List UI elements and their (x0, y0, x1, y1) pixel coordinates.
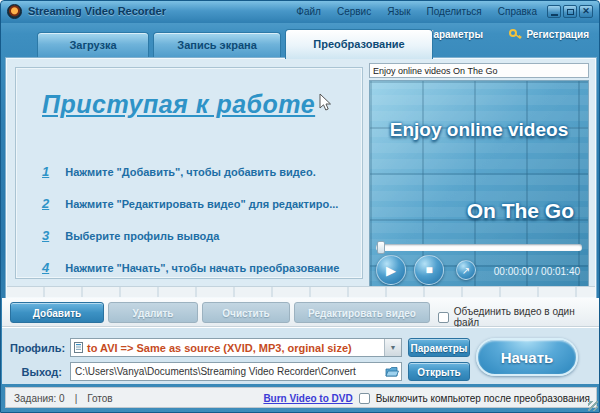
content-area: Приступая к работе 1 Нажмите "Добавить",… (6, 58, 596, 298)
step-number: 3 (42, 228, 49, 243)
menu-bar: Файл Сервис Язык Поделиться Справка (296, 6, 537, 17)
stop-button[interactable]: ■ (414, 255, 444, 285)
status-left: Задания: 0 | Готов (14, 393, 113, 404)
fullscreen-icon: ↗ (462, 265, 470, 276)
play-icon: ▶ (386, 263, 396, 278)
step-3: 3 Выберите профиль вывода (42, 228, 219, 243)
profile-file-icon (74, 342, 83, 353)
open-folder-button[interactable]: Открыть (408, 362, 470, 381)
menu-language[interactable]: Язык (387, 6, 410, 17)
shutdown-label: Выключить компьютер после преобразования (376, 393, 590, 404)
registration-label: Регистрация (526, 29, 589, 40)
getting-started-panel: Приступая к работе 1 Нажмите "Добавить",… (15, 67, 363, 279)
tasks-count: Задания: 0 (14, 393, 65, 404)
window-title: Streaming Video Recorder (28, 5, 166, 17)
video-overlay-line1: Enjoy online videos (370, 119, 588, 141)
close-icon: ✕ (582, 7, 590, 16)
stop-icon: ■ (425, 263, 432, 277)
minimize-icon (551, 14, 558, 16)
time-display: 00:00:00 / 00:01:40 (494, 266, 580, 277)
status-text: Готов (87, 393, 112, 404)
step-number: 1 (42, 164, 49, 179)
remove-button[interactable]: Удалить (108, 302, 198, 323)
seek-bar[interactable] (376, 244, 582, 251)
output-path-field (70, 362, 402, 381)
step-2: 2 Нажмите "Редактировать видео" для реда… (42, 196, 338, 211)
tab-download[interactable]: Загрузка (37, 32, 149, 58)
tab-screen-record[interactable]: Запись экрана (153, 32, 281, 58)
merge-label: Объединить видео в один файл (454, 306, 600, 328)
maximize-button[interactable] (563, 5, 577, 18)
merge-option: Объединить видео в один файл (438, 306, 600, 328)
registration-button[interactable]: Регистрация (509, 29, 589, 40)
step-number: 2 (42, 196, 49, 211)
list-footer-strip (7, 286, 595, 297)
video-overlay-line2: On The Go (467, 199, 574, 223)
play-button[interactable]: ▶ (376, 255, 406, 285)
profile-params-button[interactable]: Параметры (408, 338, 470, 357)
menu-help[interactable]: Справка (498, 6, 537, 17)
file-toolbar: Добавить Удалить Очистить Редактировать … (2, 298, 600, 327)
merge-checkbox[interactable] (438, 312, 449, 323)
menu-file[interactable]: Файл (296, 6, 321, 17)
app-logo-icon (7, 4, 22, 19)
step-1: 1 Нажмите "Добавить", чтобы добавить вид… (42, 164, 316, 179)
clear-button[interactable]: Очистить (202, 302, 290, 323)
step-text: Нажмите "Начать", чтобы начать преобразо… (65, 262, 339, 274)
dropdown-arrow-icon[interactable]: ▼ (384, 339, 401, 356)
window-controls: ✕ (547, 5, 593, 18)
app-window: Streaming Video Recorder Файл Сервис Язы… (0, 0, 600, 413)
close-button[interactable]: ✕ (579, 5, 593, 18)
options-label: Параметры (426, 29, 483, 40)
start-button[interactable]: Начать (476, 338, 578, 376)
video-preview[interactable]: Enjoy online videos On The Go ▶ ■ ↗ 00:0… (369, 80, 589, 292)
profile-value: to AVI => Same as source (XVID, MP3, org… (83, 342, 384, 354)
add-button[interactable]: Добавить (10, 302, 104, 323)
browse-folder-icon[interactable] (385, 366, 399, 378)
step-4: 4 Нажмите "Начать", чтобы начать преобра… (42, 260, 339, 275)
maximize-icon (567, 9, 574, 15)
shutdown-checkbox[interactable] (359, 393, 370, 404)
fullscreen-button[interactable]: ↗ (456, 260, 476, 280)
profile-dropdown[interactable]: to AVI => Same as source (XVID, MP3, org… (70, 338, 402, 357)
edit-video-button[interactable]: Редактировать видео (294, 302, 430, 323)
key-icon (509, 29, 522, 40)
output-panel: Профиль: to AVI => Same as source (XVID,… (2, 327, 600, 384)
burn-dvd-link[interactable]: Burn Video to DVD (263, 393, 352, 404)
mouse-cursor (319, 93, 332, 112)
step-text: Нажмите "Редактировать видео" для редакт… (65, 198, 338, 210)
resize-grip[interactable] (588, 401, 598, 411)
thumbnail-grid-background (370, 81, 588, 291)
step-text: Нажмите "Добавить", чтобы добавить видео… (65, 166, 315, 178)
seek-handle[interactable] (377, 241, 385, 254)
status-bar: Задания: 0 | Готов Burn Video to DVD Вык… (5, 387, 597, 408)
output-path-input[interactable] (71, 366, 385, 377)
status-separator: | (75, 393, 78, 404)
status-right: Burn Video to DVD Выключить компьютер по… (263, 393, 590, 404)
step-number: 4 (42, 260, 49, 275)
minimize-button[interactable] (547, 5, 561, 18)
menu-share[interactable]: Поделиться (427, 6, 482, 17)
tab-convert[interactable]: Преобразование (285, 29, 433, 59)
output-label: Выход: (10, 366, 62, 378)
getting-started-title: Приступая к работе (42, 90, 315, 119)
preview-title-bar: Enjoy online videos On The Go (369, 63, 589, 78)
profile-label: Профиль: (10, 342, 62, 354)
step-text: Выберите профиль вывода (65, 230, 219, 242)
menu-service[interactable]: Сервис (337, 6, 371, 17)
title-bar: Streaming Video Recorder Файл Сервис Язы… (1, 1, 599, 23)
